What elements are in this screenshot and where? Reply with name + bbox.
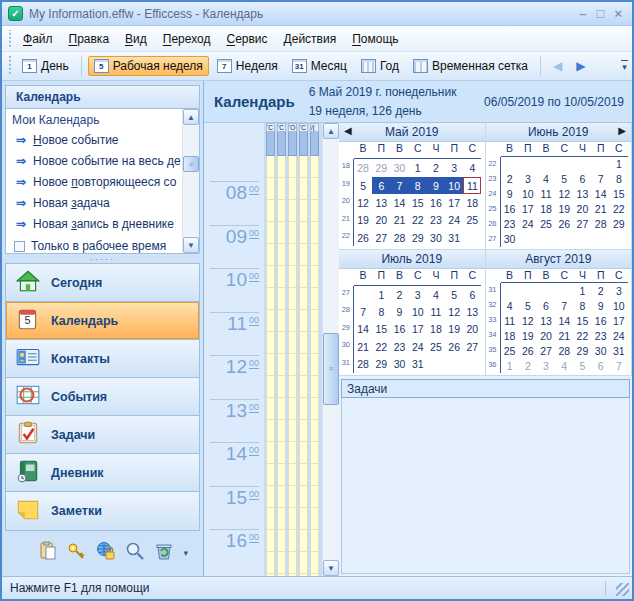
day-cell[interactable]: 5 [573, 358, 591, 373]
day-cell[interactable]: 9 [390, 303, 408, 320]
toolbar-button-1[interactable]: 5Рабочая неделя [88, 56, 209, 76]
day-cell[interactable]: 25 [427, 338, 445, 355]
day-cell[interactable]: 5 [555, 172, 573, 187]
shortcut-item-1[interactable]: ⇒Новое событие на весь де [6, 150, 182, 171]
day-cell[interactable]: 2 [390, 286, 408, 303]
day-cell[interactable]: 23 [427, 212, 445, 229]
day-cell[interactable]: 28 [555, 343, 573, 358]
day-cell[interactable]: 26 [519, 343, 537, 358]
day-cell[interactable]: 29 [372, 356, 390, 373]
day-cell[interactable]: 9 [592, 298, 610, 313]
day-cell[interactable]: 6 [573, 172, 591, 187]
day-columns[interactable]: 'C'C'O'C/( [264, 123, 322, 576]
day-cell[interactable]: 4 [427, 286, 445, 303]
maximize-button[interactable]: □ [597, 7, 605, 20]
day-cell[interactable]: 22 [409, 212, 427, 229]
selected-day-cell[interactable]: 8 [409, 177, 427, 194]
day-cell[interactable]: 1 [372, 286, 390, 303]
day-cell[interactable]: 17 [610, 313, 628, 328]
day-cell[interactable]: 19 [445, 321, 463, 338]
day-cell[interactable]: 12 [354, 194, 372, 211]
menu-item-3[interactable]: Переход [155, 29, 219, 49]
day-cell[interactable]: 5 [354, 177, 372, 194]
day-cell[interactable]: 4 [537, 172, 555, 187]
recycle-icon[interactable] [154, 541, 174, 564]
day-cell[interactable]: 22 [372, 338, 390, 355]
day-cell[interactable]: 3 [409, 286, 427, 303]
day-cell[interactable]: 30 [427, 229, 445, 246]
day-column-2[interactable]: 'O [288, 123, 297, 576]
day-cell[interactable]: 22 [610, 202, 628, 217]
day-cell[interactable]: 12 [519, 313, 537, 328]
day-cell[interactable]: 19 [354, 212, 372, 229]
resize-grip[interactable] [616, 583, 629, 596]
selected-day-cell[interactable]: 9 [427, 177, 445, 194]
day-column-1[interactable]: 'C [277, 123, 286, 576]
day-cell[interactable]: 27 [372, 229, 390, 246]
day-cell[interactable]: 27 [463, 338, 481, 355]
day-cell[interactable]: 14 [555, 313, 573, 328]
selected-day-cell[interactable]: 10 [445, 177, 463, 194]
day-cell[interactable]: 25 [463, 212, 481, 229]
day-cell[interactable]: 5 [445, 286, 463, 303]
day-cell[interactable]: 13 [537, 313, 555, 328]
day-cell[interactable]: 11 [427, 303, 445, 320]
menu-item-6[interactable]: Помощь [344, 29, 406, 49]
day-cell[interactable]: 31 [610, 343, 628, 358]
day-cell[interactable]: 4 [501, 298, 519, 313]
day-cell[interactable]: 20 [372, 212, 390, 229]
day-column-4[interactable]: /( [310, 123, 319, 576]
day-cell[interactable]: 12 [555, 187, 573, 202]
day-cell[interactable]: 30 [592, 343, 610, 358]
day-cell[interactable]: 29 [610, 217, 628, 232]
day-cell[interactable]: 1 [610, 157, 628, 172]
scroll-up-icon[interactable]: ▲ [183, 109, 199, 125]
scroll-down-icon[interactable]: ▼ [323, 560, 339, 576]
day-cell[interactable]: 13 [372, 194, 390, 211]
day-cell[interactable]: 13 [573, 187, 591, 202]
day-cell[interactable]: 21 [354, 338, 372, 355]
day-column-0[interactable]: 'C [266, 123, 275, 576]
day-cell[interactable]: 7 [555, 298, 573, 313]
day-cell[interactable]: 24 [519, 217, 537, 232]
day-cell[interactable]: 15 [409, 194, 427, 211]
day-cell[interactable]: 18 [463, 194, 481, 211]
shortcut-item-2[interactable]: ⇒Новое повторяющееся со [6, 171, 182, 192]
day-cell[interactable]: 11 [537, 187, 555, 202]
day-cell[interactable]: 23 [592, 328, 610, 343]
day-cell[interactable]: 4 [463, 159, 481, 176]
day-cell[interactable]: 2 [519, 358, 537, 373]
paste-icon[interactable] [38, 541, 58, 564]
day-cell[interactable]: 16 [427, 194, 445, 211]
day-column-body[interactable] [310, 156, 319, 576]
day-cell[interactable]: 14 [390, 194, 408, 211]
minimize-button[interactable]: – [579, 7, 586, 20]
day-cell[interactable]: 2 [427, 159, 445, 176]
day-cell[interactable]: 10 [409, 303, 427, 320]
day-cell[interactable]: 1 [409, 159, 427, 176]
close-button[interactable]: × [614, 7, 622, 20]
day-cell[interactable]: 17 [409, 321, 427, 338]
day-cell[interactable]: 31 [409, 356, 427, 373]
day-cell[interactable]: 18 [537, 202, 555, 217]
day-cell[interactable]: 30 [390, 159, 408, 176]
prev-month-icon[interactable]: ◀ [344, 125, 352, 136]
day-cell[interactable]: 11 [501, 313, 519, 328]
work-hours-checkbox-item[interactable]: Только в рабочее время [6, 234, 182, 253]
day-cell[interactable]: 2 [501, 172, 519, 187]
day-cell[interactable]: 28 [354, 159, 372, 176]
today-cell[interactable]: 11 [463, 177, 481, 194]
day-cell[interactable]: 14 [592, 187, 610, 202]
day-cell[interactable]: 29 [372, 159, 390, 176]
tools-dropdown-icon[interactable]: ▾ [183, 548, 188, 558]
sidebar-item-contacts[interactable]: Контакты [6, 340, 199, 378]
day-cell[interactable]: 16 [501, 202, 519, 217]
day-cell[interactable]: 1 [573, 283, 591, 298]
day-cell[interactable]: 3 [610, 283, 628, 298]
day-cell[interactable]: 28 [354, 356, 372, 373]
day-cell[interactable]: 23 [390, 338, 408, 355]
toolbar-button-0[interactable]: 1День [16, 56, 75, 76]
day-cell[interactable]: 14 [354, 321, 372, 338]
scroll-thumb[interactable]: ≡ [323, 333, 339, 405]
tasks-panel-body[interactable] [341, 398, 630, 574]
